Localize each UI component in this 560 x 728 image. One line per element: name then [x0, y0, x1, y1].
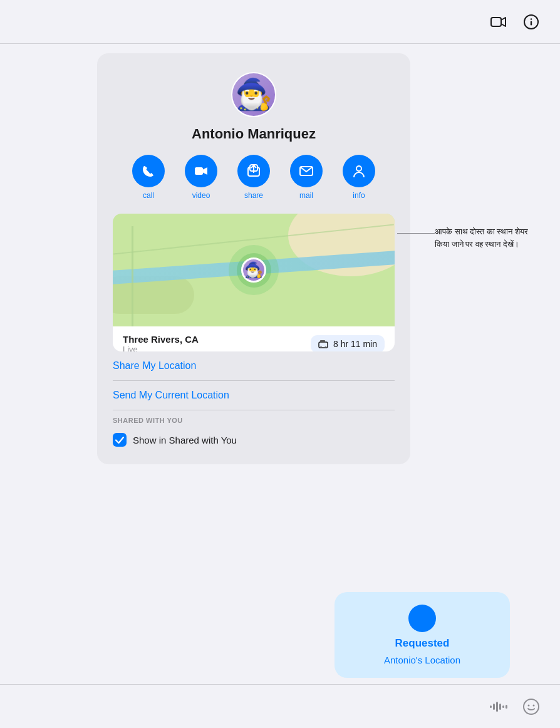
info-label: info	[353, 191, 365, 200]
message-bubble: Requested Antonio's Location	[334, 592, 510, 678]
video-label: video	[192, 191, 210, 200]
svg-rect-4	[195, 167, 203, 175]
call-button-wrap[interactable]: call	[132, 155, 165, 200]
call-button[interactable]	[132, 155, 165, 187]
svg-point-12	[324, 346, 327, 348]
show-shared-row[interactable]: Show in Shared with You	[113, 428, 395, 452]
map-location-pin: 🧙‍♂️	[229, 245, 279, 295]
info-contact-button[interactable]	[343, 155, 375, 187]
message-bubble-wrap: Requested Antonio's Location	[334, 592, 510, 678]
svg-point-9	[356, 166, 361, 171]
map-pulse-inner: 🧙‍♂️	[237, 253, 271, 288]
top-bar	[0, 0, 560, 44]
svg-rect-14	[490, 705, 492, 708]
call-label: call	[143, 191, 154, 200]
share-label: share	[244, 191, 263, 200]
avatar-emoji: 🧙‍♂️	[235, 80, 272, 110]
contact-name: Antonio Manriquez	[113, 126, 395, 142]
map-background: 🧙‍♂️	[113, 214, 395, 326]
map-location-info: Three Rivers, CA Live	[123, 334, 199, 351]
send-location-button[interactable]: Send My Current Location	[113, 381, 395, 410]
map-directions-time: 8 hr 11 min	[333, 339, 377, 349]
callout-annotation: आपके साथ दोस्त का स्थान शेयर किया जाने प…	[435, 226, 541, 250]
svg-rect-15	[493, 704, 495, 710]
contact-panel: 🧙‍♂️ Antonio Manriquez call	[97, 53, 410, 464]
bubble-title: Requested	[395, 637, 450, 650]
share-button[interactable]	[237, 155, 270, 187]
main-window: 🧙‍♂️ Antonio Manriquez call	[0, 0, 560, 728]
action-buttons: call video	[113, 155, 395, 200]
show-shared-label: Show in Shared with You	[133, 435, 237, 445]
mail-button-wrap[interactable]: mail	[290, 155, 323, 200]
svg-point-2	[531, 18, 532, 19]
bottom-bar	[0, 684, 560, 728]
avatar-container: 🧙‍♂️	[113, 72, 395, 117]
mail-button[interactable]	[290, 155, 323, 187]
map-directions-button[interactable]: 8 hr 11 min	[311, 335, 385, 351]
svg-rect-3	[531, 21, 532, 25]
video-button[interactable]	[185, 155, 217, 187]
map-road-vertical	[132, 226, 133, 326]
map-area[interactable]: 🧙‍♂️ Three Rivers, CA Live	[113, 214, 395, 351]
svg-rect-18	[502, 705, 504, 708]
svg-point-22	[533, 704, 535, 706]
video-button-wrap[interactable]: video	[185, 155, 217, 200]
svg-rect-16	[496, 702, 498, 712]
svg-rect-13	[320, 340, 325, 343]
svg-point-11	[319, 346, 322, 348]
show-shared-checkbox[interactable]	[113, 433, 127, 447]
video-call-button[interactable]	[489, 12, 509, 32]
emoji-button[interactable]	[521, 697, 541, 717]
map-location-status: Live	[123, 345, 199, 351]
callout-line	[397, 233, 435, 234]
map-pulse-outer: 🧙‍♂️	[229, 245, 279, 295]
svg-point-21	[528, 704, 530, 706]
share-button-wrap[interactable]: share	[237, 155, 270, 200]
bubble-dot	[408, 605, 436, 632]
share-location-button[interactable]: Share My Location	[113, 351, 395, 381]
info-button-wrap[interactable]: info	[343, 155, 375, 200]
map-info-bar: Three Rivers, CA Live 8 hr 11 min	[113, 326, 395, 351]
bubble-subtitle: Antonio's Location	[384, 655, 460, 665]
map-avatar-pin: 🧙‍♂️	[241, 257, 266, 283]
callout-text: आपके साथ दोस्त का स्थान शेयर किया जाने प…	[435, 226, 541, 250]
svg-rect-0	[491, 18, 501, 26]
avatar: 🧙‍♂️	[231, 72, 276, 117]
info-button[interactable]	[521, 12, 541, 32]
map-location-name: Three Rivers, CA	[123, 334, 199, 345]
svg-rect-19	[506, 705, 507, 709]
svg-point-20	[524, 699, 539, 714]
audio-waveform-button[interactable]	[489, 697, 509, 717]
shared-section-header: SHARED WITH YOU	[113, 410, 395, 428]
svg-rect-17	[499, 704, 501, 710]
mail-label: mail	[299, 191, 313, 200]
